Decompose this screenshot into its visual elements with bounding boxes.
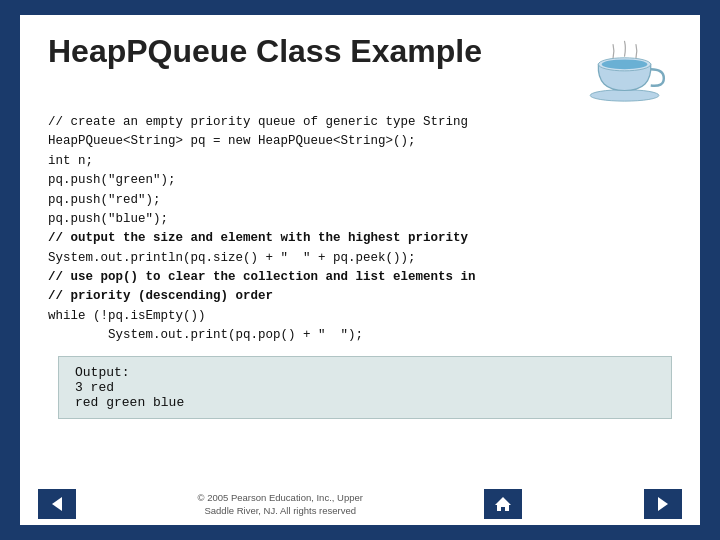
- home-icon: [494, 495, 512, 513]
- teacup-icon: [582, 33, 672, 103]
- svg-marker-3: [52, 497, 62, 511]
- next-button[interactable]: [644, 489, 682, 519]
- code-line-12: System.out.print(pq.pop() + " ");: [48, 328, 363, 342]
- output-line-1: 3 red: [75, 380, 114, 395]
- svg-marker-4: [495, 497, 511, 511]
- footer-line1: © 2005 Pearson Education, Inc., Upper: [198, 492, 363, 503]
- code-line-7: // output the size and element with the …: [48, 231, 468, 245]
- output-line-2: red green blue: [75, 395, 184, 410]
- code-line-10: // priority (descending) order: [48, 289, 273, 303]
- svg-point-0: [590, 90, 659, 101]
- home-button[interactable]: [484, 489, 522, 519]
- code-line-6: pq.push("blue");: [48, 212, 168, 226]
- nav-buttons: © 2005 Pearson Education, Inc., Upper Sa…: [20, 489, 700, 519]
- svg-point-2: [602, 59, 648, 69]
- code-block: // create an empty priority queue of gen…: [48, 113, 672, 346]
- slide: HeapPQueue Class Example // create an em…: [20, 15, 700, 525]
- output-box: Output: 3 red red green blue: [58, 356, 672, 419]
- code-line-8: System.out.println(pq.size() + " " + pq.…: [48, 251, 416, 265]
- code-line-2: HeapPQueue<String> pq = new HeapPQueue<S…: [48, 134, 416, 148]
- prev-button[interactable]: [38, 489, 76, 519]
- output-label: Output:: [75, 365, 130, 380]
- code-line-5: pq.push("red");: [48, 193, 161, 207]
- footer-line2: Saddle River, NJ. All rights reserved: [204, 505, 356, 516]
- code-line-1: // create an empty priority queue of gen…: [48, 115, 468, 129]
- code-line-11: while (!pq.isEmpty()): [48, 309, 206, 323]
- slide-title: HeapPQueue Class Example: [48, 33, 482, 70]
- next-icon: [654, 495, 672, 513]
- title-row: HeapPQueue Class Example: [48, 33, 672, 103]
- svg-marker-5: [658, 497, 668, 511]
- footer-text: © 2005 Pearson Education, Inc., Upper Sa…: [198, 491, 363, 518]
- code-line-3: int n;: [48, 154, 93, 168]
- prev-icon: [48, 495, 66, 513]
- code-line-9: // use pop() to clear the collection and…: [48, 270, 476, 284]
- code-line-4: pq.push("green");: [48, 173, 176, 187]
